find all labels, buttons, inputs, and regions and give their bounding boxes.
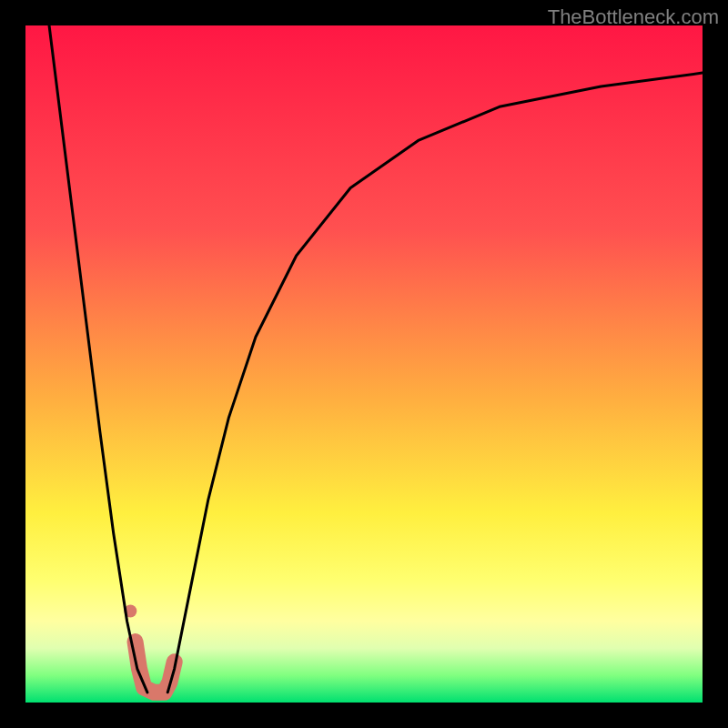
plot-background [25,25,703,703]
plot-area [25,25,703,703]
watermark: TheBottleneck.com [548,5,719,29]
chart-container: TheBottleneck.com [0,0,728,728]
